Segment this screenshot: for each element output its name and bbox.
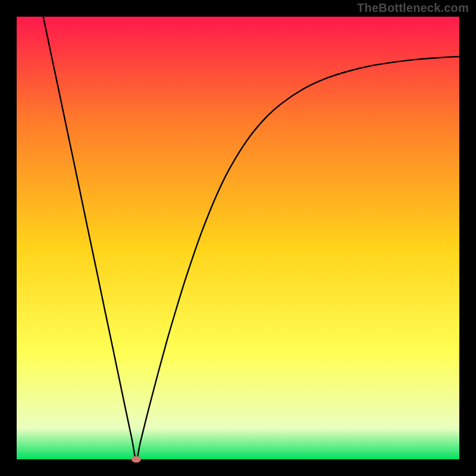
watermark-text: TheBottleneck.com: [357, 1, 469, 15]
plot-background: [17, 17, 459, 459]
chart-frame: TheBottleneck.com: [0, 0, 476, 476]
minimum-marker: [131, 456, 141, 463]
bottleneck-chart: [0, 0, 476, 476]
